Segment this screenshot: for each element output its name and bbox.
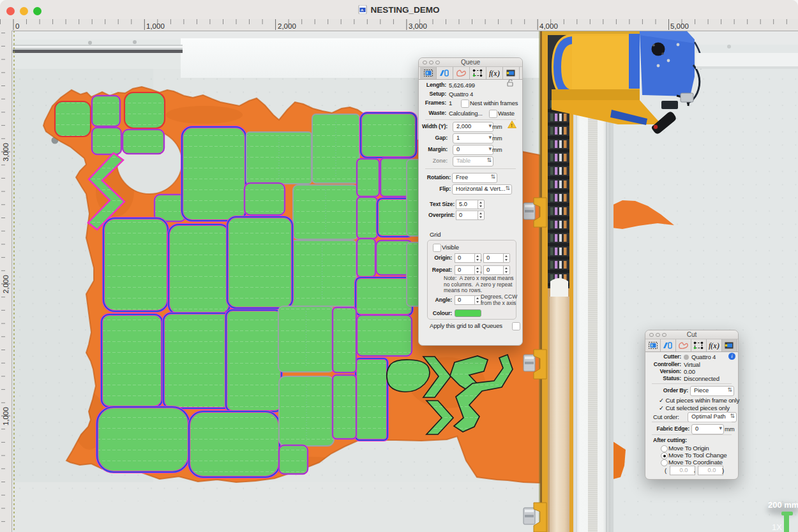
svg-text:1,000: 1,000 bbox=[2, 407, 10, 425]
svg-text:0: 0 bbox=[15, 22, 19, 30]
svg-text:f(x): f(x) bbox=[489, 69, 500, 77]
svg-text:4,000: 4,000 bbox=[539, 22, 558, 30]
svg-text:3,000: 3,000 bbox=[409, 22, 427, 30]
svg-text:A: A bbox=[361, 8, 364, 12]
svg-text:5,000: 5,000 bbox=[670, 22, 689, 30]
svg-text:2,000: 2,000 bbox=[2, 275, 10, 293]
svg-text:!: ! bbox=[511, 122, 513, 128]
svg-text:200 mm: 200 mm bbox=[768, 500, 798, 510]
svg-text:1X: 1X bbox=[772, 522, 782, 532]
svg-text:3,000: 3,000 bbox=[2, 143, 10, 161]
svg-text:1,000: 1,000 bbox=[146, 22, 165, 30]
svg-text:f(x): f(x) bbox=[709, 341, 719, 350]
svg-text:2,000: 2,000 bbox=[278, 22, 296, 30]
